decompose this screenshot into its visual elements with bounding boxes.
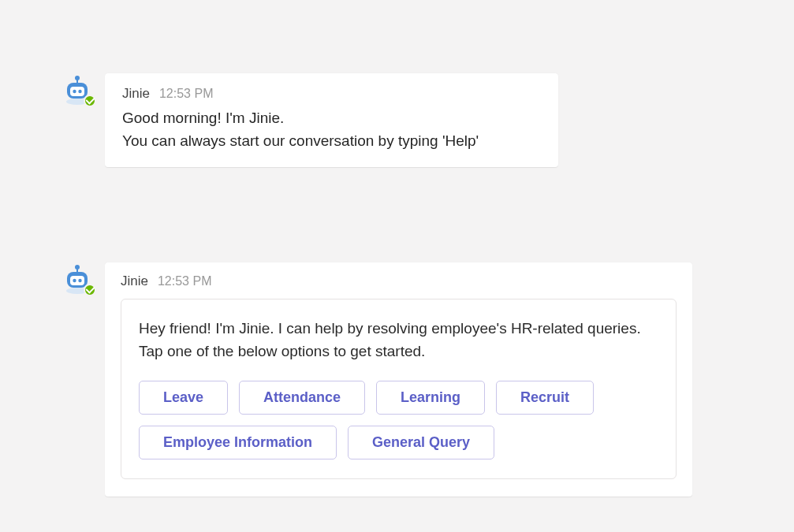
presence-available-icon xyxy=(84,95,96,107)
option-recruit-button[interactable]: Recruit xyxy=(496,381,594,415)
message-header: Jinie 12:53 PM xyxy=(121,273,677,289)
svg-point-13 xyxy=(78,279,81,282)
avatar[interactable] xyxy=(61,73,94,106)
svg-point-12 xyxy=(73,279,76,282)
option-general-query-button[interactable]: General Query xyxy=(348,426,494,459)
message-body: Good morning! I'm Jinie. You can always … xyxy=(122,106,541,153)
message-bubble: Jinie 12:53 PM Hey friend! I'm Jinie. I … xyxy=(105,262,692,497)
svg-rect-3 xyxy=(76,79,78,83)
message-line: You can always start our conversation by… xyxy=(122,129,541,152)
message-header: Jinie 12:53 PM xyxy=(122,86,541,102)
message-timestamp: 12:53 PM xyxy=(159,87,213,101)
option-attendance-button[interactable]: Attendance xyxy=(239,381,365,415)
message-line: Good morning! I'm Jinie. xyxy=(122,106,541,129)
option-learning-button[interactable]: Learning xyxy=(376,381,485,415)
message-timestamp: 12:53 PM xyxy=(158,274,211,288)
svg-rect-10 xyxy=(76,268,78,272)
card-actions: Leave Attendance Learning Recruit Employ… xyxy=(139,381,658,459)
card-text: Hey friend! I'm Jinie. I can help by res… xyxy=(139,317,658,363)
svg-rect-4 xyxy=(70,87,84,96)
svg-rect-11 xyxy=(70,276,84,285)
chat-message: Jinie 12:53 PM Good morning! I'm Jinie. … xyxy=(61,73,558,167)
option-leave-button[interactable]: Leave xyxy=(139,381,228,415)
avatar[interactable] xyxy=(61,262,94,296)
adaptive-card: Hey friend! I'm Jinie. I can help by res… xyxy=(121,299,677,479)
svg-point-5 xyxy=(73,90,76,93)
sender-name: Jinie xyxy=(121,273,148,289)
svg-point-6 xyxy=(78,90,81,93)
message-bubble: Jinie 12:53 PM Good morning! I'm Jinie. … xyxy=(105,73,558,167)
sender-name: Jinie xyxy=(122,86,150,102)
option-employee-information-button[interactable]: Employee Information xyxy=(139,426,337,459)
presence-available-icon xyxy=(84,284,96,296)
chat-message: Jinie 12:53 PM Hey friend! I'm Jinie. I … xyxy=(61,262,692,497)
